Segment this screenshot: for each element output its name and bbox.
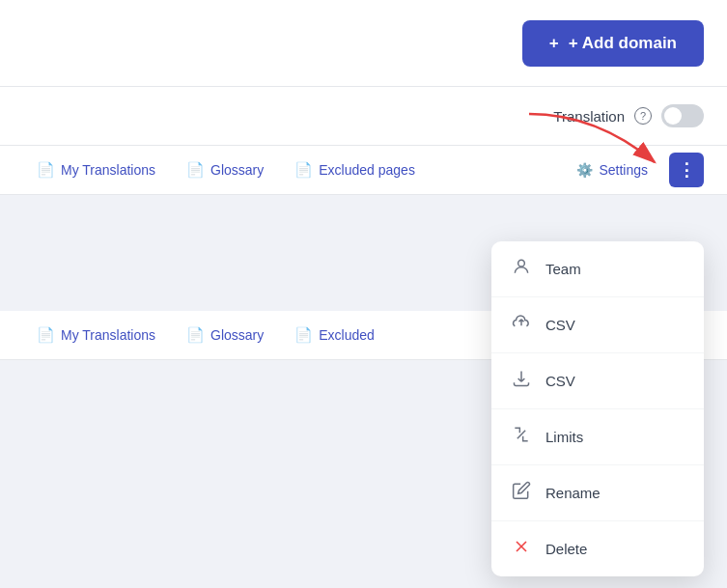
tab2-my-translations-label: My Translations xyxy=(61,327,155,343)
add-domain-button[interactable]: + + Add domain xyxy=(522,20,704,67)
dropdown-item-csv-download[interactable]: CSV xyxy=(491,353,704,409)
translation-label: Translation xyxy=(553,108,625,125)
limits-icon xyxy=(511,425,532,449)
dropdown-item-rename[interactable]: Rename xyxy=(491,465,704,521)
tab2-my-translations-icon: 📄 xyxy=(37,326,55,344)
svg-point-1 xyxy=(518,260,525,266)
dropdown-menu: Team CSV CSV Limits xyxy=(491,241,704,576)
cloud-upload-icon xyxy=(511,313,532,337)
dropdown-item-limits[interactable]: Limits xyxy=(491,409,704,465)
tab-my-translations-label: My Translations xyxy=(61,162,155,178)
dropdown-limits-label: Limits xyxy=(545,429,583,445)
tab2-excluded[interactable]: 📄 Excluded xyxy=(281,311,388,359)
tab2-my-translations[interactable]: 📄 My Translations xyxy=(23,311,169,359)
download-icon xyxy=(511,369,532,393)
tab-settings[interactable]: ⚙️ Settings xyxy=(563,147,661,193)
tab2-glossary-icon: 📄 xyxy=(186,326,205,344)
tab-excluded-pages[interactable]: 📄 Excluded pages xyxy=(281,146,429,194)
team-icon xyxy=(511,257,532,281)
excluded-pages-icon: 📄 xyxy=(294,161,313,179)
tab-my-translations[interactable]: 📄 My Translations xyxy=(23,146,169,194)
glossary-icon: 📄 xyxy=(186,161,205,179)
tab2-glossary-label: Glossary xyxy=(210,327,264,343)
tab-excluded-pages-label: Excluded pages xyxy=(319,162,415,178)
plus-icon: + xyxy=(549,34,559,53)
dropdown-csv-download-label: CSV xyxy=(545,373,575,389)
tab-settings-label: Settings xyxy=(599,162,648,178)
dropdown-item-team[interactable]: Team xyxy=(491,241,704,297)
tab2-excluded-icon: 📄 xyxy=(294,326,313,344)
translation-toggle[interactable] xyxy=(661,104,704,127)
tab2-glossary[interactable]: 📄 Glossary xyxy=(173,311,277,359)
dropdown-rename-label: Rename xyxy=(545,485,601,501)
tab-glossary[interactable]: 📄 Glossary xyxy=(173,146,277,194)
translation-row: Translation ? xyxy=(0,87,727,146)
tabs-row-1: 📄 My Translations 📄 Glossary 📄 Excluded … xyxy=(0,146,727,195)
my-translations-icon: 📄 xyxy=(37,161,55,179)
dropdown-csv-upload-label: CSV xyxy=(545,317,575,333)
tab-glossary-label: Glossary xyxy=(210,162,264,178)
delete-icon xyxy=(511,537,532,561)
tab2-excluded-label: Excluded xyxy=(319,327,375,343)
top-bar: + + Add domain xyxy=(0,0,727,87)
settings-gear-icon: ⚙️ xyxy=(576,162,593,178)
dropdown-delete-label: Delete xyxy=(545,541,587,557)
dropdown-item-csv-upload[interactable]: CSV xyxy=(491,297,704,353)
more-options-button[interactable]: ⋮ xyxy=(669,153,704,187)
pencil-icon xyxy=(511,481,532,505)
help-icon[interactable]: ? xyxy=(634,107,652,125)
add-domain-label: + Add domain xyxy=(569,34,677,53)
dropdown-team-label: Team xyxy=(545,261,581,277)
dropdown-item-delete[interactable]: Delete xyxy=(491,521,704,576)
